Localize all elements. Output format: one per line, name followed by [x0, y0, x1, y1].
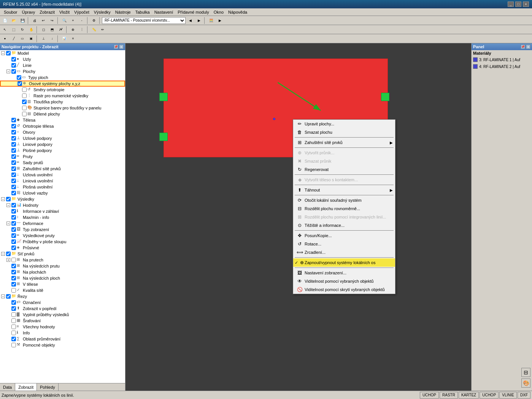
menu-nastaveni[interactable]: Nastavení	[152, 9, 176, 15]
material-item-mat2[interactable]: 4: RF-LAMINATE 2 | Auf	[472, 63, 532, 70]
menu-upravy[interactable]: Úpravy	[19, 9, 37, 15]
tree-check-pruty[interactable]	[11, 154, 16, 159]
tb-measure[interactable]: 📏	[90, 26, 98, 33]
tree-check-typy-ploch[interactable]	[17, 75, 21, 80]
tree-item-plosna-uvolneni[interactable]: ⟂Plošná uvolnění	[0, 184, 125, 190]
panel-close[interactable]: ×	[526, 44, 530, 49]
tree-check-otvory[interactable]	[11, 130, 16, 135]
status-vlinie[interactable]: VLINIE	[499, 392, 517, 399]
ctx-item-viditelnost-skryti[interactable]: 🚫Viditelnost pomocí skrytí vybraných obj…	[293, 285, 395, 294]
tree-item-uzlove-podpory[interactable]: ⊥Uzlové podpory	[0, 135, 125, 141]
tree-check-vyplnit-prubehy[interactable]	[11, 312, 16, 317]
tree-item-prubehy[interactable]: 📈Průběhy v ploše sloupu	[0, 239, 125, 245]
status-kartez[interactable]: KARTEZ	[459, 392, 479, 399]
tree-check-ortotropie-telesa[interactable]	[11, 124, 16, 128]
tree-item-na-plochach[interactable]: ⊞Na plochách	[0, 269, 125, 275]
nav-pin[interactable]: 📌	[114, 44, 118, 49]
tb-annotate[interactable]: ✏	[98, 26, 107, 33]
tree-check-na-prutech[interactable]	[11, 258, 16, 262]
menu-tabulka[interactable]: Tabulka	[133, 9, 152, 15]
menu-vlozit[interactable]: Vložit	[57, 9, 72, 15]
nav-tab-zobrazit[interactable]: Zobrazit	[15, 383, 37, 391]
tree-check-na-vysledcich-ploch[interactable]	[11, 276, 16, 280]
tree-check-model[interactable]	[6, 51, 11, 55]
tree-check-smery-ortotropie[interactable]	[22, 87, 27, 92]
tree-item-delene[interactable]: ▤Dělené plochy	[0, 111, 125, 117]
ctx-item-regenerovat[interactable]: ↻Regenerovat	[293, 165, 395, 174]
ctx-item-viditelnost-vybranych[interactable]: 👁Viditelnost pomocí vybraných objektů	[293, 277, 395, 285]
tree-item-stupnice[interactable]: 🎨Stupnice barev pro tloušťky v panelu	[0, 105, 125, 111]
tree-check-uzlove-vazby[interactable]	[11, 191, 16, 195]
tree-check-rezy[interactable]	[6, 294, 11, 299]
tree-check-linie[interactable]	[11, 63, 16, 68]
tree-check-vysledkove-pruty[interactable]	[11, 233, 16, 238]
tree-item-pruty[interactable]: ━Pruty	[0, 154, 125, 160]
tree-check-hodnoty[interactable]	[11, 203, 16, 207]
tree-check-telesa[interactable]	[11, 118, 16, 122]
menu-soubor[interactable]: Soubor	[2, 9, 19, 15]
tb-grid[interactable]: ⋮	[78, 26, 86, 33]
tb-zoom-out[interactable]: -	[78, 17, 86, 24]
tb-pan[interactable]: ✋	[27, 26, 35, 33]
tree-item-maxmin[interactable]: ↕Max/min - info	[0, 214, 125, 220]
tree-check-zobrazit-v-popredi[interactable]	[11, 306, 16, 311]
tb-view-front[interactable]: ◻	[39, 26, 48, 33]
tree-check-info-item[interactable]	[11, 331, 16, 335]
tree-item-pomocne-objekty[interactable]: ⚒Pomocné objekty	[0, 342, 125, 348]
tree-item-liniova-uvolneni[interactable]: ⟂Liniová uvolnění	[0, 178, 125, 184]
tree-check-delene[interactable]	[22, 112, 27, 116]
tree-item-v-telese[interactable]: ⊞V tělese	[0, 281, 125, 287]
ctx-item-smazat-plochu[interactable]: 🗑Smazat plochu	[293, 128, 395, 136]
ctx-item-rotace[interactable]: ↺Rotace...	[293, 240, 395, 248]
panel-btn-2[interactable]: 🎨	[521, 378, 530, 388]
nav-tab-data[interactable]: Data	[0, 383, 15, 391]
tb-print[interactable]: 🖨	[30, 17, 39, 24]
tb-rotate-view[interactable]: ↻	[18, 26, 27, 33]
tb-result[interactable]: 📊	[60, 35, 68, 43]
tree-item-prusivne[interactable]: ◈Průsivné	[0, 245, 125, 251]
tb-line[interactable]: ╱	[10, 35, 18, 43]
handle-top-left[interactable]	[159, 93, 168, 101]
tree-check-osove-systemy[interactable]	[17, 81, 22, 86]
tree-check-prusivne[interactable]	[11, 245, 16, 250]
minimize-button[interactable]: _	[508, 2, 514, 7]
tree-item-typy-ploch[interactable]: ▭Typy ploch	[0, 74, 125, 81]
material-item-mat1[interactable]: 3: RF-LAMINATE 1 | Auf	[472, 56, 532, 63]
tree-check-stupnice[interactable]	[22, 106, 27, 110]
ctx-item-zrcadleni[interactable]: ⟺Zrcadlení...	[293, 248, 395, 256]
tree-item-otvory[interactable]: ○Otvory	[0, 129, 125, 135]
tree-item-hodnoty[interactable]: −📊Hodnoty	[0, 202, 125, 208]
tree-item-smery-ortotropie[interactable]: ↺Směry ortotropie	[0, 87, 125, 93]
tree-item-zahusteni[interactable]: ⊞Zahuštění sítě prvků	[0, 166, 125, 172]
ctx-item-zahusteni-site[interactable]: ⊞Zahuštění sítě prvků▶	[293, 138, 395, 147]
tree-check-uzlove-podpory[interactable]	[11, 136, 16, 141]
tb-view-top[interactable]: ⬒	[48, 26, 56, 33]
tree-item-osove-systemy[interactable]: ⊕Osové systémy plochy x,y,z	[0, 81, 125, 87]
tb-undo[interactable]: ↩	[39, 17, 48, 24]
menu-nastroje[interactable]: Nástroje	[113, 9, 133, 15]
tree-item-srafovani[interactable]: ▦Šrafování	[0, 318, 125, 324]
tree-expand-na-prutech[interactable]: +	[6, 258, 10, 262]
tree-check-liniova-uvolneni[interactable]	[11, 179, 16, 183]
ctx-item-zapnout-vypnout[interactable]: ✓⊕Zapnout/vypnout systémy lokálních os	[293, 258, 395, 267]
titlebar-controls[interactable]: _ □ ×	[508, 2, 529, 7]
tb-support[interactable]: ⊥	[39, 35, 48, 43]
tb-next[interactable]: ▶	[195, 17, 203, 24]
tree-item-plochy[interactable]: −▭Plochy	[0, 68, 125, 74]
menu-vypocet[interactable]: Výpočet	[72, 9, 92, 15]
tree-check-oblasti-prumerovani[interactable]	[11, 337, 16, 341]
tree-check-na-plochach[interactable]	[11, 270, 16, 274]
tb-view-3d[interactable]: 🗲	[57, 26, 65, 33]
tree-expand-model[interactable]: −	[1, 51, 5, 55]
tb-cursor[interactable]: ↖	[1, 26, 9, 33]
status-dxf[interactable]: DXF	[518, 392, 530, 399]
tree-item-uzly[interactable]: ●Uzly	[0, 56, 125, 62]
tree-item-na-prutech[interactable]: +⊞Na prutech	[0, 257, 125, 263]
tree-check-vsechny-hodnoty[interactable]	[11, 325, 16, 329]
tree-item-typ-zobrazeni[interactable]: 🖼Typ zobrazení	[0, 226, 125, 233]
tb-snap[interactable]: ⊕	[69, 26, 77, 33]
ctx-item-teziste[interactable]: ⊙Těžiště a informace...	[293, 221, 395, 230]
ctx-item-rozdelit-plochu[interactable]: ⊟Rozdělit plochu rovnoměrně...	[293, 204, 395, 213]
tree-item-oblasti-prumerovani[interactable]: ∑Oblasti průměrování	[0, 336, 125, 342]
ctx-item-upravit-plochy[interactable]: ✏Upravit plochy...	[293, 120, 395, 128]
